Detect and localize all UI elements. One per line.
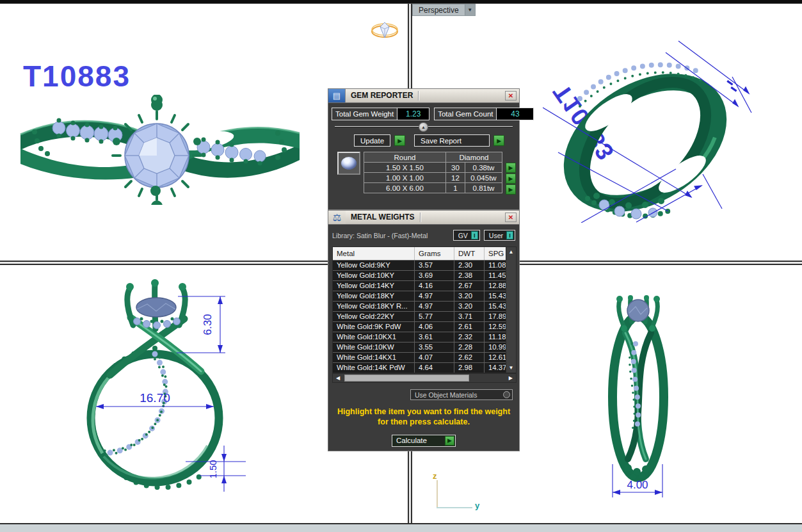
gem-row[interactable]: 6.00 X 6.00 1 0.81tw <box>364 183 502 193</box>
gem-count: 1 <box>446 183 465 193</box>
y-axis-label: y <box>475 501 479 510</box>
metal-table-row[interactable]: White Gold:14K PdW4.642.9814.37 <box>333 362 516 373</box>
metal-cell: White Gold:10KW <box>333 343 415 352</box>
scroll-left-icon[interactable]: ◀ <box>333 375 343 381</box>
scroll-down-icon[interactable]: ▼ <box>509 363 514 373</box>
metal-table-row[interactable]: Yellow Gold:10KY3.692.3811.45 <box>333 270 516 280</box>
calculate-row: Calculate ▶ <box>328 435 519 447</box>
gem-row-go-icon[interactable]: ▶ <box>506 163 516 173</box>
vertical-scrollbar[interactable]: ▲ ▼ <box>506 247 516 373</box>
metal-cell: White Gold:14KX1 <box>333 353 415 362</box>
horizontal-scrollbar[interactable]: ◀ ▶ <box>332 373 517 383</box>
user-button[interactable]: User I <box>484 230 515 241</box>
metal-cell: 2.98 <box>454 363 485 373</box>
instruction-line2: for then press calculate. <box>328 417 519 427</box>
gv-toggle-icon[interactable]: I <box>471 231 478 239</box>
metal-cell: 2.28 <box>454 343 485 352</box>
dim-shank-thickness: 1.50 <box>207 460 218 478</box>
metal-table-row[interactable]: Yellow Gold:22KY5.773.7117.89 <box>333 311 516 321</box>
calculate-button[interactable]: Calculate ▶ <box>392 435 456 447</box>
metal-cell: 11.08 <box>485 261 506 270</box>
dropdown-circle-icon[interactable] <box>503 391 510 398</box>
gem-row-go-icon[interactable]: ▶ <box>506 184 516 195</box>
gem-size: 1.50 X 1.50 <box>364 163 446 173</box>
metal-cell: 3.57 <box>415 261 454 270</box>
metal-cell: 2.38 <box>454 271 485 280</box>
user-label: User <box>489 232 503 239</box>
gem-reporter-icon: ▤ <box>328 89 346 102</box>
gem-reporter-header[interactable]: ▤ GEM REPORTER ✕ <box>328 89 519 103</box>
gem-reporter-title: GEM REPORTER <box>346 89 418 102</box>
use-object-materials-dropdown[interactable]: Use Object Materials <box>410 389 513 400</box>
instruction-line1: Highlight the item you want to find the … <box>328 407 519 417</box>
metal-table-row[interactable]: White Gold:10KX13.612.3211.18 <box>333 332 516 342</box>
metal-cell: 12.61 <box>485 353 506 362</box>
total-gem-weight-label: Total Gem Weight <box>332 109 397 119</box>
design-id-label: T10883 <box>23 59 131 93</box>
metal-cell: 4.16 <box>415 281 454 291</box>
metal-table-row[interactable]: Yellow Gold:9KY3.572.3011.08 <box>333 260 516 270</box>
update-go-icon[interactable]: ▶ <box>394 135 405 146</box>
update-button[interactable]: Update <box>354 134 390 147</box>
round-gem-icon <box>341 157 357 170</box>
metal-cell: Yellow Gold:18KY <box>333 291 415 301</box>
gem-shape-button[interactable] <box>337 152 360 175</box>
gem-row-go-icon[interactable]: ▶ <box>506 173 516 184</box>
gem-reporter-close-icon[interactable]: ✕ <box>505 91 517 101</box>
hscroll-thumb[interactable] <box>344 375 469 382</box>
metal-cell: 2.67 <box>454 281 485 291</box>
viewport-title-tab[interactable]: Perspective ▼ <box>412 4 476 16</box>
metal-cell: 12.59 <box>485 322 506 332</box>
gem-shape-header: Round <box>364 152 446 163</box>
user-toggle-icon[interactable]: I <box>506 231 513 239</box>
gem-row[interactable]: 1.00 X 1.00 12 0.045tw <box>364 173 502 183</box>
header-groove <box>420 213 505 222</box>
gem-row[interactable]: 1.50 X 1.50 30 0.38tw <box>364 163 502 173</box>
collapse-knob[interactable]: ▲ <box>419 122 428 132</box>
gem-count: 30 <box>446 163 465 173</box>
gem-weight: 0.045tw <box>465 173 502 183</box>
metal-cell: 2.61 <box>454 322 485 332</box>
col-spg: SPG <box>485 247 506 260</box>
metal-cell: White Gold:14K PdW <box>333 363 415 373</box>
gem-reporter-panel: ▤ GEM REPORTER ✕ Total Gem Weight 1.23 T… <box>328 88 520 210</box>
dim-head-height: 6.30 <box>202 314 214 335</box>
calculate-go-icon[interactable]: ▶ <box>445 436 454 446</box>
metal-cell: 11.18 <box>485 332 506 342</box>
metal-weights-header[interactable]: ⚖ METAL WEIGHTS ✕ <box>328 211 519 225</box>
metal-table-row[interactable]: Yellow Gold:18KY4.973.2015.43 <box>333 291 516 301</box>
scroll-right-icon[interactable]: ▶ <box>506 375 516 381</box>
metal-table-row[interactable]: White Gold:10KW3.552.2810.99 <box>333 342 516 352</box>
ring-front-view-render: 6.30 16.70 1.50 <box>40 274 270 506</box>
metal-weights-close-icon[interactable]: ✕ <box>505 213 517 222</box>
metal-cell: Yellow Gold:14KY <box>333 281 415 291</box>
metal-cell: 3.20 <box>454 291 485 301</box>
metal-cell: 15.43 <box>485 291 506 301</box>
metal-table-row[interactable]: White Gold:9K PdW4.062.6112.59 <box>333 321 516 332</box>
col-metal: Metal <box>333 247 415 260</box>
total-gem-weight-value: 1.23 <box>397 108 429 120</box>
metal-cell: 4.64 <box>415 363 454 373</box>
metal-cell: 10.99 <box>485 343 506 352</box>
save-report-go-icon[interactable]: ▶ <box>493 135 504 146</box>
metal-cell: 2.30 <box>454 261 485 270</box>
metal-cell: White Gold:9K PdW <box>333 322 415 332</box>
library-row: Library: Satin Blur - (Fast)-Metal GV I … <box>332 230 515 241</box>
metal-weights-panel: ⚖ METAL WEIGHTS ✕ Library: Satin Blur - … <box>328 210 520 451</box>
header-groove <box>418 91 505 101</box>
scroll-up-icon[interactable]: ▲ <box>509 247 514 257</box>
metal-table-row[interactable]: Yellow Gold:14KY4.162.6712.88 <box>333 280 516 291</box>
metal-table-row[interactable]: White Gold:14KX14.072.6212.61 <box>333 352 516 362</box>
save-report-button[interactable]: Save Report <box>414 134 490 147</box>
gem-row-buttons: ▶ ▶ ▶ <box>506 163 516 195</box>
total-gem-weight: Total Gem Weight 1.23 <box>332 108 429 120</box>
metal-table-row[interactable]: Yellow Gold:18KY R...4.973.2015.43 <box>333 301 516 311</box>
metal-cell: Yellow Gold:18KY R... <box>333 302 415 311</box>
gv-button[interactable]: GV I <box>453 230 480 241</box>
viewport-dropdown-icon[interactable]: ▼ <box>465 4 475 15</box>
metal-cell: 12.88 <box>485 281 506 291</box>
col-grams: Grams <box>415 247 454 260</box>
z-axis-label: z <box>433 471 437 481</box>
metal-cell: 3.71 <box>454 312 485 321</box>
metal-cell: White Gold:10KX1 <box>333 332 415 342</box>
